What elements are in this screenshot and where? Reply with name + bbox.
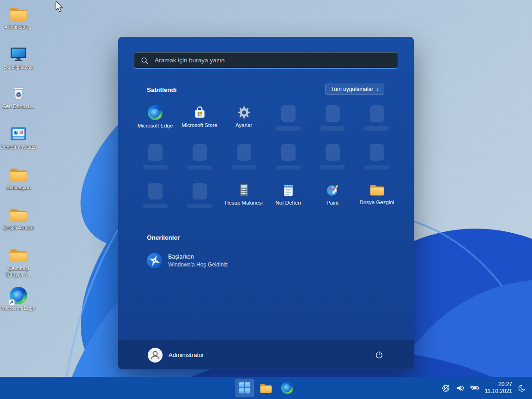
desktop-icon-aktivasyon[interactable]: Aktivasyon	[0, 166, 37, 191]
search-input[interactable]	[134, 52, 398, 69]
pinned-placeholder	[177, 140, 222, 179]
mouse-cursor	[55, 1, 63, 13]
user-name: Administrator	[169, 351, 204, 358]
folder-icon	[9, 206, 28, 223]
folder-icon	[9, 6, 28, 22]
placeholder-tile	[193, 183, 207, 200]
pinned-app-settings[interactable]: Ayarlar	[222, 102, 266, 140]
battery-charging-icon[interactable]	[470, 382, 480, 394]
edge-icon	[9, 287, 28, 303]
user-avatar	[148, 348, 163, 363]
taskbar: 20:27 11.10.2021	[0, 377, 532, 399]
svg-text:♻: ♻	[16, 91, 21, 98]
start-menu-user-bar: Administrator	[118, 340, 414, 369]
desktop-icon-administrator[interactable]: Administra...	[0, 6, 37, 30]
settings-gear-icon	[237, 105, 251, 120]
placeholder-pill	[276, 126, 301, 131]
placeholder-tile	[326, 144, 340, 161]
desktop-icon-label: Aktivasyon	[6, 185, 30, 190]
search-icon	[141, 57, 149, 65]
placeholder-pill	[143, 204, 168, 208]
recommended-item-title: Başlarken	[168, 254, 228, 260]
placeholder-tile	[193, 144, 207, 161]
placeholder-pill	[187, 204, 212, 208]
desktop-icon-label: Çevrimiçi Tarayıcı Y...	[6, 266, 31, 278]
placeholder-pill	[276, 165, 301, 169]
network-offline-icon[interactable]	[441, 382, 451, 394]
placeholder-tile	[148, 183, 163, 200]
desktop-icon-this-pc[interactable]: Bu bilgisayar	[0, 46, 37, 70]
power-icon	[375, 351, 384, 360]
folder-icon	[9, 247, 28, 264]
placeholder-tile	[281, 105, 296, 122]
desktop-icon-label: Bu bilgisayar	[4, 64, 33, 70]
pinned-placeholder	[310, 102, 355, 140]
moon-icon[interactable]	[517, 382, 527, 394]
start-menu: Sabitlendi Tüm uygulamalar › Microsoft E…	[118, 37, 414, 369]
pinned-app-paint[interactable]: Paint	[310, 179, 355, 218]
pinned-placeholder	[310, 140, 355, 179]
chevron-right-icon: ›	[376, 87, 379, 91]
all-apps-label: Tüm uygulamalar	[331, 86, 374, 92]
desktop-icon-microsoft-edge[interactable]: Microsoft Edge	[0, 287, 37, 311]
desktop-icon-control-panel[interactable]: Denetim Masası	[0, 126, 37, 150]
pinned-app-file-explorer[interactable]: Dosya Gezgini	[355, 179, 399, 218]
desktop-icon-cevrimici-tarayici[interactable]: Çevrimiçi Tarayıcı Y...	[0, 247, 37, 278]
start-button[interactable]	[236, 379, 254, 397]
pinned-placeholder	[222, 140, 266, 179]
desktop-icon-label: Çeşitli Araçlar	[3, 225, 34, 230]
folder-icon	[9, 166, 28, 183]
taskbar-edge-button[interactable]	[278, 379, 296, 397]
edge-icon	[281, 382, 293, 394]
recycle-bin-icon: ♻	[9, 85, 28, 102]
store-icon	[193, 105, 207, 120]
desktop-icon-label: Microsoft Edge	[1, 305, 35, 311]
all-apps-button[interactable]: Tüm uygulamalar ›	[325, 84, 384, 95]
recommended-item-get-started[interactable]: Başlarken Windows'a Hoş Geldiniz	[147, 253, 228, 268]
system-tray: 20:27 11.10.2021	[441, 377, 527, 399]
placeholder-pill	[320, 126, 345, 131]
desktop: Administra... Bu bilgisayar ♻ Geri Dönüş…	[0, 0, 532, 399]
pinned-placeholder	[355, 140, 399, 179]
taskbar-file-explorer-button[interactable]	[257, 379, 275, 397]
desktop-icon-label: Denetim Masası	[0, 144, 36, 150]
computer-icon	[9, 46, 28, 62]
placeholder-tile	[281, 144, 296, 161]
placeholder-pill	[187, 165, 212, 169]
pinned-placeholder	[355, 102, 399, 140]
desktop-icon-label: Geri Dönüşü...	[2, 103, 35, 109]
pinned-placeholder	[266, 102, 310, 140]
placeholder-tile	[370, 144, 384, 161]
desktop-icon-label: Administra...	[4, 24, 32, 30]
pinned-placeholder	[133, 179, 177, 218]
power-button[interactable]	[371, 347, 387, 363]
recommended-section-title: Önerilenler	[147, 234, 180, 241]
placeholder-pill	[320, 165, 345, 169]
folder-icon	[260, 382, 272, 394]
tray-date: 11.10.2021	[485, 388, 512, 395]
placeholder-pill	[143, 165, 168, 169]
pinned-app-microsoft-edge[interactable]: Microsoft Edge	[133, 102, 177, 140]
desktop-icon-cesitli-araclar[interactable]: Çeşitli Araçlar	[0, 206, 37, 231]
placeholder-pill	[364, 165, 389, 169]
placeholder-pill	[231, 165, 256, 169]
placeholder-tile	[370, 105, 384, 122]
volume-icon[interactable]	[455, 382, 466, 394]
pinned-app-microsoft-store[interactable]: Microsoft Store	[177, 102, 222, 140]
windows-start-icon	[239, 382, 251, 394]
pinned-app-notepad[interactable]: Not Defteri	[266, 179, 310, 218]
pinned-placeholder	[266, 140, 310, 179]
taskbar-clock[interactable]: 20:27 11.10.2021	[484, 381, 513, 395]
pinned-placeholder	[133, 140, 177, 179]
pinned-placeholder	[177, 179, 222, 218]
tray-time: 20:27	[485, 381, 512, 388]
user-button[interactable]: Administrator	[148, 348, 204, 363]
edge-icon	[148, 105, 163, 120]
desktop-icon-recycle-bin[interactable]: ♻ Geri Dönüşü...	[0, 85, 37, 109]
shortcut-arrow-icon	[9, 299, 15, 305]
placeholder-pill	[364, 126, 389, 131]
folder-icon	[369, 183, 385, 197]
pinned-apps-grid: Microsoft Edge Microsoft Store Ayarlar	[133, 102, 399, 218]
pinned-app-calculator[interactable]: Hesap Makinesi	[222, 179, 266, 218]
notepad-icon	[281, 183, 296, 197]
